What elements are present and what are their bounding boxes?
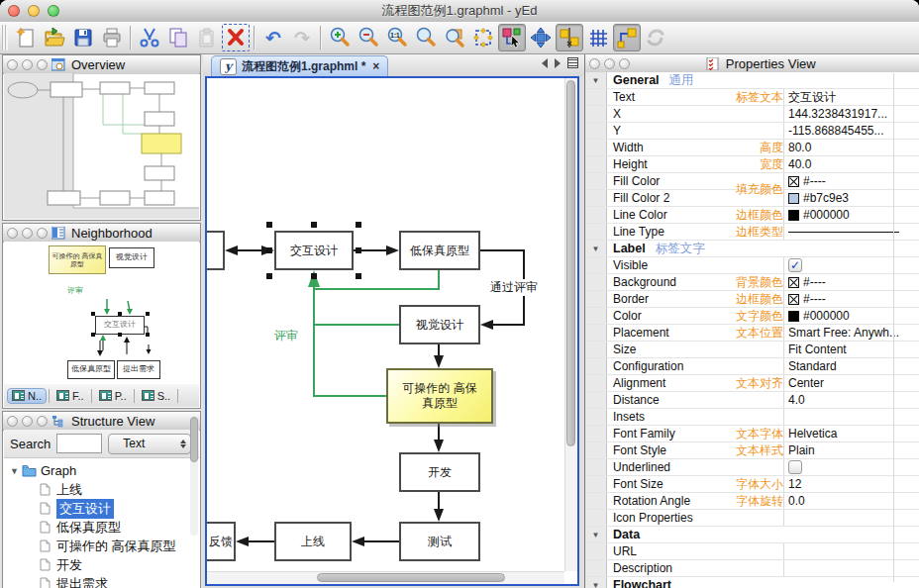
edge-label-review[interactable]: 评审 [272, 328, 300, 344]
overview-minimap[interactable] [4, 73, 199, 219]
property-value[interactable]: #000000 [783, 207, 919, 223]
property-value[interactable] [783, 510, 919, 526]
disclosure-triangle-icon[interactable]: ▼ [10, 466, 20, 476]
tab-folder-contents[interactable]: F.. [51, 388, 89, 404]
property-value[interactable]: ✓ [783, 257, 919, 273]
zoom-actual-size-icon[interactable]: 1:1 [383, 24, 411, 51]
node-feedback[interactable]: 反馈 [207, 522, 236, 561]
tree-scrollbar[interactable] [190, 417, 198, 536]
zoom-to-selection-icon[interactable] [441, 24, 468, 51]
property-value[interactable]: Fit Content [783, 342, 919, 357]
mini-node-lofi[interactable]: 低保真原型 [67, 360, 115, 379]
tree-scrollbar-thumb[interactable] [190, 417, 198, 462]
property-value[interactable]: 0.0 [783, 493, 919, 509]
property-value[interactable]: Smart Free: Anywh... [783, 325, 919, 341]
checkbox-checked[interactable]: ✓ [788, 258, 802, 272]
cut-icon[interactable] [136, 24, 163, 51]
node-hifi-prototype[interactable]: 可操作的 高保真原型 [386, 368, 493, 424]
property-value[interactable] [783, 560, 919, 576]
zoom-tool-icon[interactable] [412, 24, 440, 51]
property-value[interactable]: Plain [783, 442, 919, 458]
property-value[interactable]: 144.3238431917... [783, 106, 919, 122]
redo-icon[interactable]: ↷ [288, 24, 316, 51]
new-document-icon[interactable] [12, 24, 40, 51]
mini-node-hifi[interactable]: 可操作的 高保真原型 [49, 245, 106, 274]
property-value[interactable]: 12 [783, 476, 919, 492]
search-type-select[interactable]: Text [108, 434, 191, 454]
property-value[interactable]: Center [783, 375, 919, 391]
paste-icon[interactable] [193, 24, 221, 51]
edge-label-pass-review[interactable]: 通过评审 [488, 279, 540, 296]
property-value[interactable] [783, 409, 919, 425]
toolbar-grip[interactable] [2, 25, 8, 50]
tab-list-icon[interactable] [567, 57, 578, 68]
tree-root-graph[interactable]: ▼Graph [4, 461, 199, 480]
node-interaction-design[interactable]: 交互设计 [274, 231, 354, 270]
tab-predecessors[interactable]: P.. [94, 388, 132, 404]
property-value[interactable]: #000000 [783, 308, 919, 324]
property-value[interactable]: #b7c9e3 [783, 190, 919, 206]
panel-close-button[interactable] [7, 416, 18, 427]
property-value[interactable] [783, 224, 919, 240]
line-type-sample[interactable] [788, 232, 899, 233]
property-value[interactable]: #---- [783, 173, 919, 189]
save-icon[interactable] [69, 24, 97, 51]
fit-content-icon[interactable] [469, 24, 497, 51]
orthogonal-edges-icon[interactable] [613, 24, 641, 51]
checkbox-unchecked[interactable] [788, 460, 802, 474]
panel-zoom-button[interactable] [619, 58, 630, 69]
horizontal-scrollbar-thumb[interactable] [317, 573, 505, 582]
section-title[interactable]: Label [607, 242, 646, 255]
undo-icon[interactable]: ↶ [259, 24, 287, 51]
panel-minimize-button[interactable] [604, 58, 615, 69]
property-value[interactable] [783, 543, 919, 559]
node-launch[interactable]: 上线 [274, 522, 352, 561]
pan-mode-icon[interactable] [527, 24, 555, 51]
diagram-surface[interactable]: 提出需求 交互设计 低保真原型 视觉设计 可操作的 高保真原型 开发 测试 上线… [207, 78, 564, 571]
property-value[interactable]: -115.868845455... [783, 123, 919, 139]
panel-close-button[interactable] [7, 228, 18, 239]
panel-close-button[interactable] [589, 58, 600, 69]
section-title[interactable]: Flowchart [607, 578, 671, 588]
next-tab-icon[interactable] [555, 58, 561, 68]
snap-lines-icon[interactable] [556, 24, 583, 51]
panel-zoom-button[interactable] [37, 416, 48, 427]
tab-neighborhood[interactable]: N.. [7, 388, 47, 404]
property-value[interactable]: 80.0 [783, 140, 919, 155]
zoom-in-icon[interactable] [326, 24, 354, 51]
document-tab[interactable]: y 流程图范例1.graphml * × [211, 55, 388, 76]
section-title[interactable]: Data [607, 528, 640, 541]
panel-close-button[interactable] [7, 59, 18, 70]
edit-mode-icon[interactable] [498, 24, 526, 51]
property-value[interactable]: 交互设计 [783, 89, 919, 105]
grid-icon[interactable] [584, 24, 612, 51]
property-value[interactable]: Helvetica [783, 426, 919, 441]
neighborhood-view[interactable]: 可操作的 高保真原型 视觉设计 评审 交互设计 低保真原型 提出需求 [4, 242, 199, 385]
copy-icon[interactable] [164, 24, 192, 51]
prev-tab-icon[interactable] [542, 58, 548, 68]
search-input[interactable] [56, 434, 102, 453]
property-value[interactable]: #---- [783, 291, 919, 307]
section-title[interactable]: General [607, 73, 660, 87]
tree-item-5[interactable]: 提出需求 [4, 574, 199, 588]
mini-node-visual[interactable]: 视觉设计 [109, 247, 154, 268]
tree-item-3[interactable]: 可操作的 高保真原型 [4, 537, 199, 555]
canvas-vertical-scrollbar[interactable] [564, 78, 577, 571]
node-visual-design[interactable]: 视觉设计 [399, 305, 480, 344]
node-requirement[interactable]: 提出需求 [207, 231, 225, 270]
tree-item-2[interactable]: 低保真原型 [4, 518, 199, 537]
node-testing[interactable]: 测试 [399, 522, 480, 561]
tree-item-4[interactable]: 开发 [4, 555, 199, 574]
tree-item-0[interactable]: 上线 [4, 480, 199, 499]
mini-node-requirement[interactable]: 提出需求 [117, 360, 160, 379]
property-value[interactable]: #---- [783, 274, 919, 290]
node-development[interactable]: 开发 [399, 452, 480, 492]
panel-zoom-button[interactable] [37, 228, 48, 239]
open-file-icon[interactable] [41, 24, 68, 51]
tab-close-icon[interactable]: × [372, 59, 379, 73]
local-view-icon[interactable] [642, 24, 669, 51]
property-value[interactable]: 4.0 [783, 392, 919, 408]
canvas-horizontal-scrollbar[interactable] [207, 571, 564, 584]
print-icon[interactable] [98, 24, 126, 51]
property-value[interactable]: 40.0 [783, 156, 919, 172]
